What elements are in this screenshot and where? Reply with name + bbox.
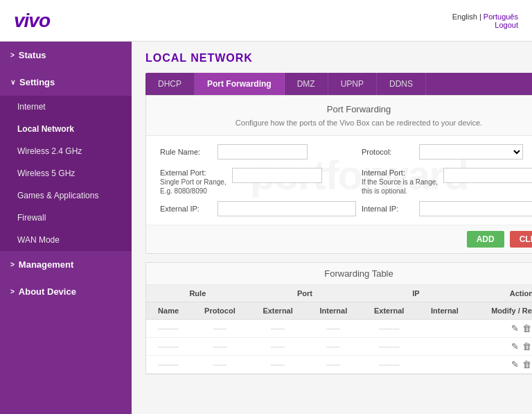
tab-port-forwarding[interactable]: Port Forwarding — [195, 73, 285, 95]
cell-action: ✎ 🗑 — [472, 320, 532, 338]
main-layout: > Status ∨ Settings Internet Local Netwo… — [0, 42, 532, 414]
cell-int-port: —— — [307, 356, 361, 374]
tabs-bar: DHCP Port Forwarding DMZ UPNP DDNS — [145, 73, 532, 95]
settings-submenu: Internet Local Network Wireless 2.4 GHz … — [0, 96, 132, 251]
cell-int-port: —— — [307, 338, 361, 356]
forwarding-table: Rule Port IP Action Name Protocol Extern… — [146, 285, 532, 374]
cell-name: ——— — [146, 320, 190, 338]
language-area: English | Português Logout — [452, 12, 518, 29]
tab-ddns[interactable]: DDNS — [377, 73, 426, 95]
tab-upnp[interactable]: UPNP — [328, 73, 377, 95]
cell-protocol: —— — [190, 320, 249, 338]
external-ip-input[interactable] — [218, 201, 356, 216]
internal-ip-row: Internal IP: — [362, 201, 532, 216]
cell-action: ✎ 🗑 — [472, 356, 532, 374]
management-arrow: > — [10, 261, 15, 268]
protocol-row: Protocol: TCP UDP TCP/UDP — [362, 144, 532, 159]
internal-port-hint: If the Source is a Range,this is optiona… — [362, 178, 438, 196]
table-title: Forwarding Table — [146, 263, 532, 285]
table-row: ——— —— —— —— ——— ✎ 🗑 — [146, 338, 532, 356]
current-language: English — [452, 12, 477, 21]
header: vivo English | Português Logout — [0, 0, 532, 42]
sidebar-item-status[interactable]: > Status — [0, 42, 132, 69]
cell-protocol: —— — [190, 338, 249, 356]
action-icons: ✎ 🗑 — [477, 323, 532, 334]
rule-name-row: Rule Name: — [160, 144, 356, 159]
table-body: ——— —— —— —— ——— ✎ 🗑 — [146, 320, 532, 374]
port-forwarding-form: Rule Name: Protocol: TCP UDP TCP/UDP Ex — [146, 136, 532, 225]
sidebar-item-wireless-24[interactable]: Wireless 2.4 GHz — [0, 140, 132, 162]
edit-icon[interactable]: ✎ — [511, 341, 519, 352]
settings-label: Settings — [19, 77, 55, 87]
internal-port-label: Internal Port: — [362, 165, 438, 178]
status-label: Status — [19, 50, 46, 60]
table-group-headers: Rule Port IP Action — [146, 285, 532, 302]
external-port-hint: Single Port or Range,E.g. 8080/8090 — [160, 178, 227, 196]
col-protocol: Protocol — [190, 302, 249, 320]
cell-int-ip — [418, 320, 472, 338]
sidebar-item-firewall[interactable]: Firewall — [0, 207, 132, 229]
cell-int-port: —— — [307, 320, 361, 338]
cell-ext-ip: ——— — [360, 320, 418, 338]
sidebar-item-about-device[interactable]: > About Device — [0, 278, 132, 305]
cell-name: ——— — [146, 338, 190, 356]
internal-ip-label: Internal IP: — [362, 201, 414, 214]
col-action: Modify / Remove — [472, 302, 532, 320]
status-arrow: > — [10, 51, 15, 59]
edit-icon[interactable]: ✎ — [511, 359, 519, 370]
table-row: ——— —— —— —— ——— ✎ 🗑 — [146, 356, 532, 374]
delete-icon[interactable]: 🗑 — [522, 323, 531, 334]
col-external-ip: External — [360, 302, 418, 320]
internal-port-input[interactable] — [443, 168, 532, 183]
cell-protocol: —— — [190, 356, 249, 374]
external-port-label: External Port: — [160, 165, 227, 178]
col-internal-ip: Internal — [418, 302, 472, 320]
action-icons: ✎ 🗑 — [477, 341, 532, 352]
sidebar-item-local-network[interactable]: Local Network — [0, 118, 132, 140]
delete-icon[interactable]: 🗑 — [522, 359, 531, 370]
port-forwarding-card: portforward Port Forwarding Configure ho… — [145, 95, 532, 254]
protocol-label: Protocol: — [362, 144, 414, 157]
rule-name-label: Rule Name: — [160, 144, 212, 157]
clear-button[interactable]: CLEAR — [510, 231, 532, 248]
table-column-headers: Name Protocol External Internal External… — [146, 302, 532, 320]
card-section-header: Port Forwarding Configure how the ports … — [146, 96, 532, 136]
sidebar-item-games-apps[interactable]: Games & Applications — [0, 184, 132, 207]
group-header-action: Action — [472, 285, 532, 302]
protocol-select[interactable]: TCP UDP TCP/UDP — [419, 144, 523, 159]
cell-action: ✎ 🗑 — [472, 338, 532, 356]
content-area: LOCAL NETWORK DHCP Port Forwarding DMZ U… — [132, 42, 532, 414]
external-ip-label: External IP: — [160, 201, 212, 214]
external-port-input[interactable] — [232, 168, 322, 183]
cell-name: ——— — [146, 356, 190, 374]
cell-ext-port: —— — [249, 320, 307, 338]
management-label: Management — [19, 259, 73, 270]
external-port-row: External Port: Single Port or Range,E.g.… — [160, 165, 356, 196]
col-internal-port: Internal — [307, 302, 361, 320]
delete-icon[interactable]: 🗑 — [522, 341, 531, 352]
add-button[interactable]: ADD — [467, 231, 504, 248]
sidebar-item-wan-mode[interactable]: WAN Mode — [0, 229, 132, 251]
sidebar-item-wireless-5[interactable]: Wireless 5 GHz — [0, 162, 132, 184]
page-title: LOCAL NETWORK — [145, 52, 532, 64]
section-desc: Configure how the ports of the Vivo Box … — [157, 119, 532, 127]
cell-ext-ip: ——— — [360, 356, 418, 374]
internal-ip-input[interactable] — [419, 201, 532, 216]
cell-ext-port: —— — [249, 356, 307, 374]
logo: vivo — [14, 10, 50, 32]
tab-dmz[interactable]: DMZ — [285, 73, 328, 95]
cell-int-ip — [418, 356, 472, 374]
table-row: ——— —— —— —— ——— ✎ 🗑 — [146, 320, 532, 338]
logout-link[interactable]: Logout — [495, 21, 518, 29]
group-header-port: Port — [249, 285, 361, 302]
tab-dhcp[interactable]: DHCP — [145, 73, 195, 95]
sidebar-item-internet[interactable]: Internet — [0, 96, 132, 118]
forwarding-table-section: Forwarding Table Rule Port IP Action Nam… — [145, 262, 532, 374]
sidebar-item-settings[interactable]: ∨ Settings — [0, 69, 132, 96]
rule-name-input[interactable] — [218, 144, 308, 159]
sidebar-item-management[interactable]: > Management — [0, 251, 132, 278]
internal-port-row: Internal Port: If the Source is a Range,… — [362, 165, 532, 196]
external-ip-row: External IP: — [160, 201, 356, 216]
alt-language-link[interactable]: Português — [484, 12, 518, 21]
edit-icon[interactable]: ✎ — [511, 323, 519, 334]
